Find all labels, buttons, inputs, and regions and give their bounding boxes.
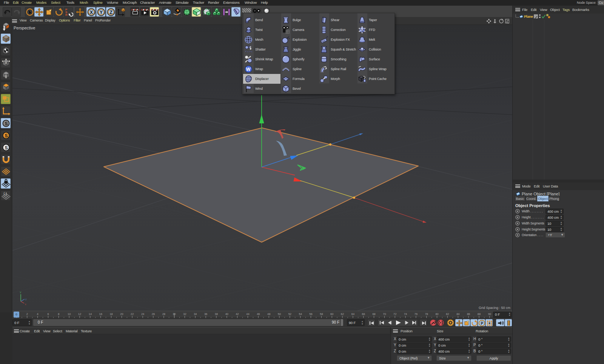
svg-text:52: 52 <box>288 312 291 316</box>
svg-text:46: 46 <box>257 312 260 316</box>
svg-text:76: 76 <box>414 312 418 316</box>
svg-text:Y: Y <box>100 10 103 15</box>
svg-text:50: 50 <box>278 312 281 316</box>
svg-text:20: 20 <box>120 312 123 316</box>
svg-text:38: 38 <box>215 312 218 316</box>
svg-text:10: 10 <box>68 312 71 316</box>
svg-text:24: 24 <box>141 312 144 316</box>
svg-text:30: 30 <box>173 312 176 316</box>
svg-text:R: R <box>65 13 68 17</box>
svg-text:4: 4 <box>37 312 39 316</box>
svg-text:S: S <box>5 133 8 138</box>
svg-text:66: 66 <box>362 312 365 316</box>
svg-text:78: 78 <box>425 312 428 316</box>
svg-text:84: 84 <box>456 312 459 316</box>
svg-text:S: S <box>5 145 8 151</box>
svg-text:42: 42 <box>236 312 239 316</box>
svg-text:54: 54 <box>299 312 302 316</box>
svg-text:Y: Y <box>20 291 22 294</box>
svg-text:X: X <box>90 10 93 15</box>
svg-text:58: 58 <box>320 312 323 316</box>
svg-text:16: 16 <box>99 312 102 316</box>
svg-text:( ): ( ) <box>4 192 7 195</box>
svg-text:z: z <box>25 298 27 301</box>
svg-text:68: 68 <box>372 312 375 316</box>
svg-text:40: 40 <box>225 312 228 316</box>
svg-text:62: 62 <box>341 312 344 316</box>
svg-text:6: 6 <box>47 312 49 316</box>
svg-text:88: 88 <box>478 312 481 316</box>
svg-text:70: 70 <box>383 312 386 316</box>
svg-text:60: 60 <box>330 312 333 316</box>
svg-text:74: 74 <box>404 312 407 316</box>
svg-text:S: S <box>5 121 8 126</box>
svg-text:28: 28 <box>162 312 165 316</box>
svg-text:36: 36 <box>204 312 207 316</box>
svg-text:80: 80 <box>435 312 438 316</box>
svg-text:90: 90 <box>488 312 491 316</box>
svg-text:Z: Z <box>110 10 112 15</box>
svg-text:56: 56 <box>309 312 312 316</box>
svg-text:22: 22 <box>131 312 134 316</box>
svg-text:32: 32 <box>183 312 186 316</box>
svg-text:18: 18 <box>109 312 112 316</box>
svg-text:72: 72 <box>393 312 396 316</box>
svg-text:82: 82 <box>446 312 449 316</box>
svg-text:44: 44 <box>246 312 249 316</box>
svg-text:14: 14 <box>89 312 92 316</box>
svg-text:8: 8 <box>58 312 59 316</box>
svg-text:34: 34 <box>194 312 197 316</box>
svg-text:P: P <box>481 321 484 326</box>
svg-text:26: 26 <box>152 312 155 316</box>
svg-text:48: 48 <box>267 312 270 316</box>
svg-text:2: 2 <box>26 312 28 316</box>
svg-text:x: x <box>25 303 26 306</box>
svg-text:12: 12 <box>78 312 81 316</box>
svg-text:W: W <box>246 67 251 72</box>
svg-text:64: 64 <box>351 312 354 316</box>
svg-text:86: 86 <box>467 312 470 316</box>
